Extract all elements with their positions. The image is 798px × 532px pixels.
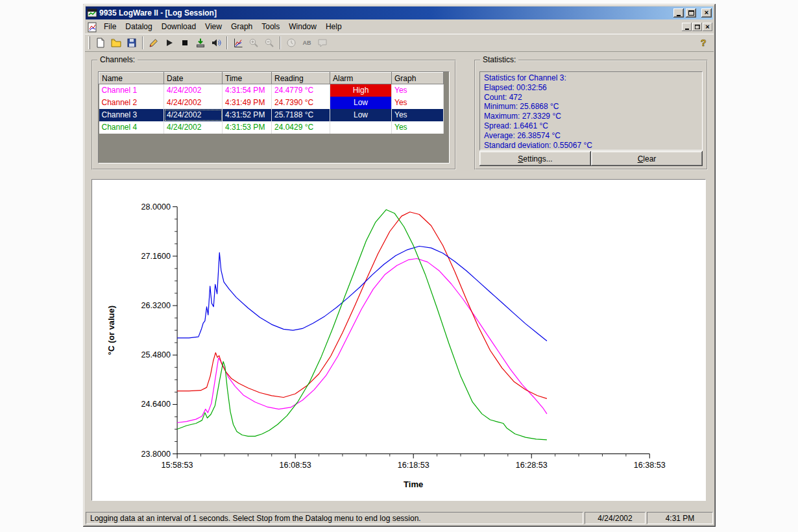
pen-setup-button[interactable]: [146, 36, 162, 50]
menu-tools[interactable]: Tools: [257, 21, 284, 33]
channel-time-cell[interactable]: 4:31:54 PM: [223, 84, 272, 97]
channel-alarm-cell[interactable]: High: [330, 84, 392, 97]
stats-line-elapsed: Elapsed: 00:32:56: [484, 83, 698, 93]
title-bar[interactable]: 9935 LogWare II - [Log Session] ×: [86, 6, 713, 19]
alarm-sound-button[interactable]: [208, 36, 224, 50]
pen-icon: [149, 38, 159, 48]
column-header-date[interactable]: Date: [164, 73, 223, 84]
annotation-button[interactable]: [315, 36, 330, 50]
channel-graph-cell[interactable]: Yes: [392, 109, 444, 121]
channel-time-cell[interactable]: 4:31:52 PM: [223, 109, 272, 121]
channel-date-cell[interactable]: 4/24/2002: [164, 121, 223, 134]
toolbar-separator: [280, 36, 281, 49]
channel-date-cell[interactable]: 4/24/2002: [164, 84, 223, 97]
help-icon: ?: [698, 38, 708, 48]
channel-row-1[interactable]: Channel 1 4/24/2002 4:31:54 PM 24.4779 °…: [99, 84, 444, 97]
channel-name-cell[interactable]: Channel 1: [99, 84, 164, 97]
menu-file[interactable]: File: [99, 21, 121, 33]
channel-row-3-selected[interactable]: Channel 3 4/24/2002 4:31:52 PM 25.7188 °…: [99, 109, 444, 121]
channels-groupbox: Channels: Name Date Time Reading Alarm G…: [91, 60, 456, 170]
stop-icon: [180, 38, 190, 48]
app-icon: [87, 8, 97, 18]
realtime-clock-button[interactable]: [284, 36, 299, 50]
stop-log-button[interactable]: [177, 36, 193, 50]
settings-button[interactable]: Settings...: [479, 151, 591, 166]
channel-row-2[interactable]: Channel 2 4/24/2002 4:31:49 PM 24.7390 °…: [99, 97, 444, 109]
menu-download[interactable]: Download: [157, 21, 200, 33]
zoom-in-button[interactable]: [246, 36, 261, 50]
close-icon: ×: [705, 9, 708, 16]
menu-view[interactable]: View: [200, 21, 226, 33]
channel-reading-cell[interactable]: 24.4779 °C: [272, 84, 330, 97]
statistics-buttons: Settings... Clear: [479, 151, 703, 166]
channel-alarm-cell[interactable]: [330, 121, 392, 134]
new-document-button[interactable]: [93, 36, 108, 50]
toolbar-grip[interactable]: [88, 36, 90, 49]
start-log-button[interactable]: [162, 36, 177, 50]
mdi-minimize-icon: [685, 29, 689, 30]
log-chart[interactable]: 23.800024.640025.480026.320027.160028.00…: [92, 180, 705, 500]
download-readings-button[interactable]: [193, 36, 208, 50]
channel-graph-cell[interactable]: Yes: [392, 121, 444, 134]
stats-line-count: Count: 472: [484, 93, 698, 103]
svg-text:Time: Time: [404, 479, 423, 489]
mdi-restore-icon: [695, 25, 700, 29]
channel-time-cell[interactable]: 4:31:49 PM: [223, 97, 272, 109]
channel-name-cell[interactable]: Channel 4: [99, 121, 164, 134]
menu-window[interactable]: Window: [284, 21, 321, 33]
clear-button[interactable]: Clear: [591, 151, 703, 166]
zoom-in-icon: [248, 38, 259, 48]
channel-date-cell[interactable]: 4/24/2002: [164, 97, 223, 109]
status-time: 4:31 PM: [647, 512, 713, 524]
column-header-reading[interactable]: Reading: [272, 73, 330, 84]
mdi-restore-button[interactable]: [692, 23, 702, 31]
save-button[interactable]: [124, 36, 139, 50]
channel-name-cell[interactable]: Channel 2: [99, 97, 164, 109]
channels-table-host: Name Date Time Reading Alarm Graph Chann…: [98, 71, 450, 163]
channel-name-cell[interactable]: Channel 3: [99, 109, 164, 121]
channel-alarm-cell[interactable]: Low: [330, 109, 392, 121]
save-icon: [127, 38, 137, 48]
zoom-out-icon: [264, 38, 274, 48]
status-date: 4/24/2002: [585, 512, 646, 524]
mdi-child-icon: [87, 22, 97, 32]
mdi-minimize-button[interactable]: [682, 23, 692, 31]
stats-line-minimum: Minimum: 25.6868 °C: [484, 102, 698, 112]
minimize-icon: [677, 15, 681, 16]
graph-panel[interactable]: 23.800024.640025.480026.320027.160028.00…: [91, 179, 706, 501]
zoom-out-button[interactable]: [261, 36, 277, 50]
ab-label-button[interactable]: AB: [299, 36, 315, 50]
channel-time-cell[interactable]: 4:31:53 PM: [223, 121, 272, 134]
svg-text:16:38:53: 16:38:53: [634, 461, 666, 470]
minimize-button[interactable]: [673, 8, 684, 18]
channel-reading-cell[interactable]: 24.0429 °C: [272, 121, 330, 134]
channel-graph-cell[interactable]: Yes: [392, 97, 444, 109]
channel-reading-cell[interactable]: 25.7188 °C: [272, 109, 330, 121]
open-file-button[interactable]: [108, 36, 124, 50]
menu-help[interactable]: Help: [321, 21, 346, 33]
mdi-close-button[interactable]: ×: [703, 23, 712, 31]
channel-graph-cell[interactable]: Yes: [392, 84, 444, 97]
menu-datalog[interactable]: Datalog: [121, 21, 156, 33]
column-header-graph[interactable]: Graph: [392, 73, 444, 84]
channel-date-cell[interactable]: 4/24/2002: [164, 109, 223, 121]
svg-text:15:58:53: 15:58:53: [162, 461, 193, 470]
stats-line-spread: Spread: 1.6461 °C: [484, 121, 698, 131]
graph-settings-button[interactable]: [230, 36, 246, 50]
channel-row-4[interactable]: Channel 4 4/24/2002 4:31:53 PM 24.0429 °…: [99, 121, 444, 134]
speaker-icon: [211, 38, 221, 48]
column-header-time[interactable]: Time: [223, 73, 272, 84]
help-button[interactable]: ?: [695, 36, 711, 50]
open-folder-icon: [111, 38, 121, 48]
menu-graph[interactable]: Graph: [226, 21, 257, 33]
channel-reading-cell[interactable]: 24.7390 °C: [272, 97, 330, 109]
channel-alarm-cell[interactable]: Low: [330, 97, 392, 109]
close-button[interactable]: ×: [701, 8, 712, 18]
graph-icon: [233, 38, 243, 48]
column-header-alarm[interactable]: Alarm: [330, 73, 392, 84]
menu-bar: File Datalog Download View Graph Tools W…: [85, 20, 714, 34]
maximize-button[interactable]: [686, 8, 696, 18]
svg-text:27.1600: 27.1600: [141, 252, 171, 261]
svg-text:26.3200: 26.3200: [141, 301, 171, 310]
column-header-name[interactable]: Name: [99, 73, 164, 84]
